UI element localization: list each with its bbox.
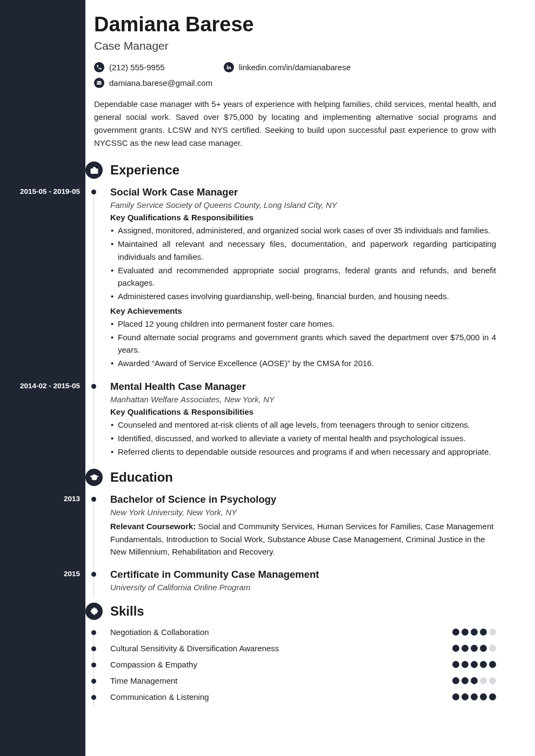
school-org: New York University, New York, NY xyxy=(110,508,496,517)
skill-dot xyxy=(471,693,478,700)
linkedin-icon xyxy=(224,62,234,72)
skill-dot xyxy=(462,645,469,652)
skill-dots xyxy=(452,629,496,636)
experience-section: Experience Social Work Case ManagerFamil… xyxy=(94,161,496,458)
skill-dot xyxy=(462,693,469,700)
skill-dot xyxy=(489,693,496,700)
phone-text: (212) 555-9955 xyxy=(109,63,165,72)
skill-dot xyxy=(480,629,487,636)
phone-icon xyxy=(94,62,104,72)
svg-rect-0 xyxy=(91,168,98,173)
job-org: Family Service Society of Queens County,… xyxy=(110,200,496,210)
education-entry: Bachelor of Science in PsychologyNew Yor… xyxy=(110,494,496,558)
job-title: Social Work Case Manager xyxy=(110,186,496,198)
skill-dot xyxy=(452,693,459,700)
resp-item: Referred clients to dependable outside r… xyxy=(110,446,496,458)
person-title: Case Manager xyxy=(94,39,496,52)
skill-dot xyxy=(480,645,487,652)
skill-dot xyxy=(489,645,496,652)
email-text: damiana.barese@gmail.com xyxy=(109,78,212,87)
ach-item: Found alternate social programs and gove… xyxy=(110,331,496,356)
skill-name: Communication & Listening xyxy=(110,692,209,701)
resp-item: Counseled and mentored at-risk clients o… xyxy=(110,418,496,431)
resp-item: Administered cases involving guardianshi… xyxy=(110,290,496,302)
skill-dot xyxy=(462,629,469,636)
skill-dot xyxy=(480,661,487,668)
sidebar: 2015-05 - 2019-052014-02 - 2015-05201320… xyxy=(0,0,85,756)
resp-heading: Key Qualifications & Responsibilities xyxy=(110,213,496,222)
skill-row: Communication & Listening xyxy=(110,692,496,701)
skills-section: Skills Negotiation & CollaborationCultur… xyxy=(94,603,496,701)
education-timeline: Bachelor of Science in PsychologyNew Yor… xyxy=(94,494,496,592)
skill-dot xyxy=(480,693,487,700)
resume-page: 2015-05 - 2019-052014-02 - 2015-05201320… xyxy=(0,0,535,756)
school-org: University of California Online Program xyxy=(110,583,496,592)
linkedin-text: linkedin.com/in/damianabarese xyxy=(239,63,351,72)
skills-timeline: Negotiation & CollaborationCultural Sens… xyxy=(94,627,496,701)
skill-dots xyxy=(452,693,496,700)
skill-dot xyxy=(452,661,459,668)
skill-dot xyxy=(452,645,459,652)
contact-phone: (212) 555-9955 xyxy=(94,62,213,72)
skill-dot xyxy=(489,661,496,668)
skill-row: Time Management xyxy=(110,676,496,685)
skill-dot xyxy=(471,661,478,668)
degree-title: Certificate in Community Case Management xyxy=(110,569,496,580)
skill-dot xyxy=(489,629,496,636)
skill-dots xyxy=(452,645,496,652)
main-content: Damiana Barese Case Manager (212) 555-99… xyxy=(85,0,535,756)
gradcap-icon xyxy=(85,469,103,486)
skill-name: Negotiation & Collaboration xyxy=(110,627,209,637)
skill-dot xyxy=(480,677,487,684)
experience-entry: Mental Health Case ManagerManhattan Welf… xyxy=(110,381,496,458)
skill-dot xyxy=(489,677,496,684)
skill-dot xyxy=(471,645,478,652)
skills-heading: Skills xyxy=(110,604,144,619)
summary: Dependable case manager with 5+ years of… xyxy=(94,98,496,150)
job-title: Mental Health Case Manager xyxy=(110,381,496,393)
resp-heading: Key Qualifications & Responsibilities xyxy=(110,407,496,416)
date-label: 2015 xyxy=(64,570,80,578)
puzzle-icon xyxy=(85,603,103,620)
skill-name: Cultural Sensitivity & Diversification A… xyxy=(110,644,279,653)
skill-dot xyxy=(471,629,478,636)
ach-heading: Key Achievements xyxy=(110,306,496,315)
education-section: Education Bachelor of Science in Psychol… xyxy=(94,469,496,592)
ach-item: Placed 12 young children into permanent … xyxy=(110,318,496,330)
skill-dot xyxy=(452,629,459,636)
experience-heading: Experience xyxy=(110,163,179,178)
contacts-block: (212) 555-9955 linkedin.com/in/damianaba… xyxy=(94,62,496,88)
date-label: 2014-02 - 2015-05 xyxy=(20,382,80,390)
contact-email: damiana.barese@gmail.com xyxy=(94,78,267,88)
email-icon xyxy=(94,78,104,88)
skill-dot xyxy=(471,677,478,684)
resp-item: Assigned, monitored, administered, and o… xyxy=(110,224,496,237)
contact-linkedin: linkedin.com/in/damianabarese xyxy=(224,62,397,72)
skill-dot xyxy=(452,677,459,684)
skill-name: Time Management xyxy=(110,676,178,685)
skill-dot xyxy=(462,661,469,668)
skill-dots xyxy=(452,661,496,668)
briefcase-icon xyxy=(85,161,103,179)
date-label: 2015-05 - 2019-05 xyxy=(20,187,80,195)
person-name: Damiana Barese xyxy=(94,13,496,36)
education-heading: Education xyxy=(110,470,173,485)
skill-name: Compassion & Empathy xyxy=(110,660,197,669)
resp-item: Identified, discussed, and worked to all… xyxy=(110,432,496,444)
experience-entry: Social Work Case ManagerFamily Service S… xyxy=(110,186,496,370)
skill-dots xyxy=(452,677,496,684)
resp-item: Evaluated and recommended appropriate so… xyxy=(110,264,496,289)
skill-row: Compassion & Empathy xyxy=(110,660,496,669)
skill-dot xyxy=(462,677,469,684)
experience-timeline: Social Work Case ManagerFamily Service S… xyxy=(94,186,496,458)
skill-row: Negotiation & Collaboration xyxy=(110,627,496,637)
skill-row: Cultural Sensitivity & Diversification A… xyxy=(110,644,496,653)
degree-title: Bachelor of Science in Psychology xyxy=(110,494,496,505)
coursework: Relevant Coursework: Social and Communit… xyxy=(110,520,496,558)
resp-item: Maintained all relevant and necessary fi… xyxy=(110,238,496,263)
education-entry: Certificate in Community Case Management… xyxy=(110,569,496,592)
ach-item: Awarded “Award of Service Excellence (AO… xyxy=(110,357,496,369)
job-org: Manhattan Welfare Associates, New York, … xyxy=(110,395,496,404)
date-label: 2013 xyxy=(64,495,80,503)
